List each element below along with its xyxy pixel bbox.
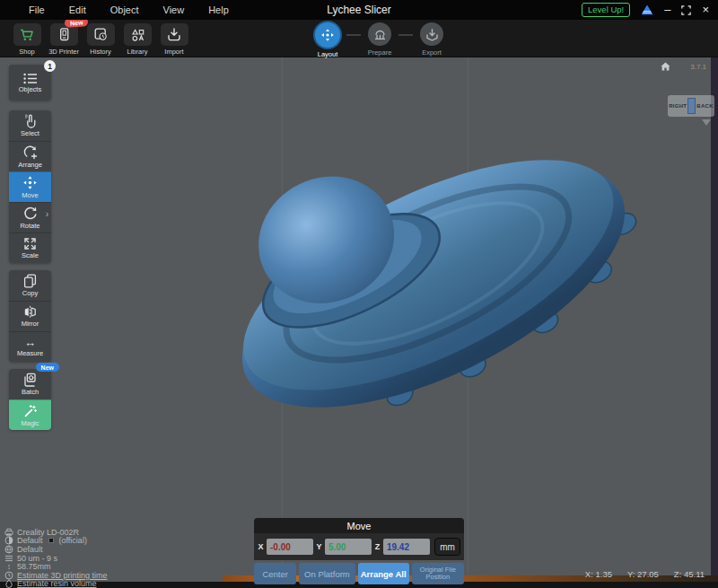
scale-icon [23, 237, 37, 250]
menu-view[interactable]: View [163, 4, 185, 15]
titlebar: File Edit Object View Help Lychee Slicer… [0, 0, 718, 20]
move-icon [22, 175, 38, 190]
objects-button[interactable]: 1 Objects [9, 65, 51, 101]
estimate-volume-link[interactable]: Estimate resin volume [17, 579, 97, 588]
coord-y: Y: 27.05 [627, 569, 659, 579]
unit-button[interactable]: mm [434, 538, 460, 556]
rotate-tool[interactable]: › Rotate [9, 202, 51, 233]
version-label: 3.7.1 [690, 63, 706, 71]
measure-arrows-icon: ↔ [24, 337, 36, 348]
select-hand-icon [23, 114, 37, 128]
close-button[interactable]: × [702, 0, 709, 20]
resin-color-swatch [48, 538, 54, 543]
mirror-tool[interactable]: Mirror [9, 301, 51, 331]
printer-row[interactable]: Creality LD-002R [4, 528, 108, 537]
menubar: File Edit Object View Help [0, 4, 229, 15]
objects-list-icon [23, 73, 38, 84]
warning-triangle-icon[interactable] [641, 4, 653, 15]
select-tool[interactable]: Select [9, 110, 51, 141]
print-settings-summary: Creality LD-002R Default (official) Defa… [4, 528, 108, 588]
step-layout[interactable]: Layout [309, 22, 346, 58]
menu-file[interactable]: File [29, 4, 45, 15]
watermark-block [687, 98, 696, 114]
home-icon[interactable] [661, 62, 670, 71]
measure-tool[interactable]: ↔ Measure [9, 331, 51, 362]
resin-contrast-icon [4, 536, 13, 545]
drop-icon [4, 579, 13, 588]
menu-help[interactable]: Help [208, 4, 229, 15]
move-tool[interactable]: Move [9, 171, 51, 202]
estimate-time-link[interactable]: Estimate 3D printing time [17, 571, 108, 580]
magic-wand-icon [23, 404, 38, 418]
watermark-pointer [702, 119, 711, 126]
move-panel-title: Move [254, 518, 464, 533]
export-icon [425, 28, 439, 41]
workflow-steps: Layout Prepare Export [309, 22, 451, 58]
menu-edit[interactable]: Edit [69, 4, 86, 15]
step-export[interactable]: Export [413, 22, 451, 57]
rotate-icon [23, 206, 38, 221]
x-input[interactable] [267, 539, 313, 555]
estimate-volume-row[interactable]: Estimate resin volume [4, 580, 108, 588]
estimate-time-row[interactable]: Estimate 3D printing time [4, 571, 108, 580]
move-panel: Move X Y Z mm Center On Platform Arrange… [254, 518, 464, 584]
viewport-edge-strip [711, 57, 718, 588]
magic-tool[interactable]: Magic [9, 399, 51, 430]
prepare-supports-icon [373, 28, 387, 40]
cursor-coordinates: X: 1.35 Y: 27.05 Z: 45.11 [585, 569, 705, 579]
arrange-tool[interactable]: Arrange [9, 141, 51, 171]
batch-icon [23, 373, 38, 387]
cart-icon [20, 29, 34, 41]
library-button[interactable]: Library [123, 23, 152, 56]
z-axis-label: Z [374, 542, 381, 551]
app-title: Lychee Slicer [327, 4, 391, 16]
import-icon [167, 28, 181, 41]
arrange-all-button[interactable]: Arrange All [358, 563, 409, 584]
model-ufo[interactable] [214, 97, 653, 474]
batch-tool[interactable]: Batch [9, 369, 51, 399]
level-up-button[interactable]: Level Up! [582, 3, 630, 17]
z-input[interactable] [383, 539, 430, 555]
layout-move-icon [320, 28, 335, 42]
step-prepare[interactable]: Prepare [361, 22, 398, 57]
arrange-icon [23, 145, 38, 160]
rotate-flyout-chevron[interactable]: › [46, 209, 48, 219]
layer-row[interactable]: 50 um - 9 s [4, 554, 108, 563]
profile-globe-icon [4, 545, 13, 554]
menu-object[interactable]: Object [110, 4, 139, 15]
shop-button[interactable]: Shop [13, 23, 41, 56]
step-connector [346, 34, 361, 36]
transform-tools-group: Select Arrange Move › Rotate [9, 110, 51, 263]
history-icon [94, 28, 108, 41]
objects-count-badge: 1 [44, 60, 56, 72]
printer-icon [4, 528, 13, 537]
import-button[interactable]: Import [160, 23, 188, 56]
edit-tools-group: Copy Mirror ↔ Measure [9, 270, 51, 362]
layers-icon [4, 554, 13, 563]
coord-x: X: 1.35 [585, 569, 612, 579]
minimize-button[interactable]: – [664, 0, 670, 20]
original-file-position-button[interactable]: Original File Position [412, 563, 464, 584]
library-shapes-icon [131, 29, 144, 41]
center-button[interactable]: Center [254, 563, 296, 584]
x-axis-label: X [258, 542, 264, 551]
copy-icon [23, 274, 37, 288]
step-connector [398, 34, 413, 36]
profile-row[interactable]: Default [4, 545, 108, 554]
printer-button[interactable]: New 3D Printer [49, 23, 78, 56]
history-button[interactable]: History [86, 23, 115, 56]
scale-tool[interactable]: Scale [9, 233, 51, 263]
on-platform-button[interactable]: On Platform [299, 563, 355, 584]
tool-sidebar: 1 Objects Select Arrange [9, 65, 51, 437]
resin-row[interactable]: Default (official) [4, 537, 108, 546]
3d-printer-icon [57, 28, 71, 41]
viewport-3d[interactable]: 3.7.1 RIGHT BACK 1 Objects Select [0, 57, 718, 588]
coord-z: Z: 45.11 [674, 569, 705, 579]
copy-tool[interactable]: Copy [9, 270, 51, 301]
extra-tools-group: New Batch Magic [9, 369, 51, 430]
mirror-icon [23, 305, 37, 319]
maximize-button[interactable] [681, 5, 691, 15]
height-arrows-icon: ↕ [4, 562, 13, 571]
height-row: ↕ 58.75mm [4, 562, 108, 571]
y-input[interactable] [325, 539, 372, 555]
